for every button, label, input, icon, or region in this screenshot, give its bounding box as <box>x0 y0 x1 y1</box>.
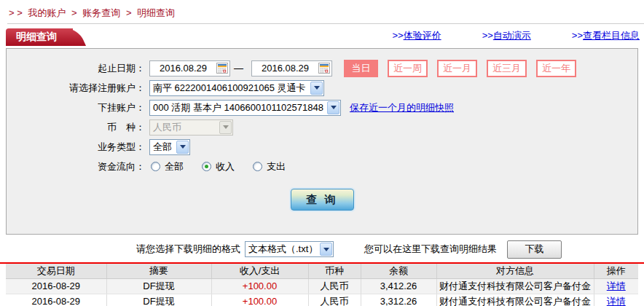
fund-flow-radio-group: 全部 收入 支出 <box>151 160 286 173</box>
header-balance: 余额 <box>361 264 436 278</box>
fund-flow-radio-all[interactable]: 全部 <box>151 160 184 173</box>
register-account-value: 南平 6222001406100921065 灵通卡 <box>150 82 310 95</box>
end-date-value: 2016.08.29 <box>252 63 318 74</box>
calendar-icon[interactable] <box>216 63 228 74</box>
link-auto-demo[interactable]: >>自动演示 <box>482 29 531 42</box>
query-button[interactable]: 查 询 <box>291 189 354 211</box>
currency-select: 人民币 <box>149 119 233 136</box>
cell-amount: +100.00 <box>211 278 308 294</box>
download-row: 请您选择下载明细的格式 文本格式（.txt） 您可以在这里下载查询明细结果 下载 <box>136 240 644 259</box>
download-button[interactable]: 下载 <box>507 240 562 259</box>
detail-link[interactable]: 详情 <box>607 280 626 291</box>
chevron-down-icon[interactable] <box>327 101 339 114</box>
business-type-select[interactable]: 全部 <box>149 139 190 155</box>
start-date-value: 2016.08.29 <box>150 63 216 74</box>
breadcrumb: > > 我的账户 > 账务查询 > 明细查询 <box>0 0 644 23</box>
cell-trade-date: 2016-08-29 <box>6 294 106 306</box>
radio-icon[interactable] <box>253 162 262 171</box>
link-view-column-info[interactable]: >>查看栏目信息 <box>572 29 640 42</box>
fund-flow-radio-expense[interactable]: 支出 <box>253 160 286 173</box>
header-links: >>体验评价 >>自动演示 >>查看栏目信息 <box>392 29 640 46</box>
register-account-select[interactable]: 南平 6222001406100921065 灵通卡 <box>149 80 324 96</box>
table-row: 2016-08-29 DF提现 +100.00 人民币 3,312.26 财付通… <box>6 294 638 306</box>
register-account-row: 请选择注册账户： 南平 6222001406100921065 灵通卡 <box>7 78 637 98</box>
business-type-label: 业务类型： <box>12 141 145 154</box>
chevrons-icon: >> <box>392 30 403 41</box>
business-type-value: 全部 <box>150 141 176 154</box>
cell-balance: 3,312.26 <box>361 294 436 306</box>
register-account-label: 请选择注册账户： <box>12 82 145 95</box>
breadcrumb-arrows: > > <box>9 7 23 18</box>
breadcrumb-item-detail-query[interactable]: 明细查询 <box>137 7 175 18</box>
quick-date-last-month-button[interactable]: 近一月 <box>437 60 477 77</box>
start-date-input[interactable]: 2016.08.29 <box>149 60 230 76</box>
tab-label: 明细查询 <box>16 31 57 44</box>
quick-date-today-button[interactable]: 当日 <box>344 60 378 77</box>
currency-value: 人民币 <box>150 121 219 134</box>
breadcrumb-separator: > <box>126 7 132 18</box>
quick-date-last-3-months-button[interactable]: 近三月 <box>487 60 527 77</box>
table-row: 2016-08-29 DF提现 +100.00 人民币 3,412.26 财付通… <box>6 278 638 294</box>
header-income-expense: 收入/支出 <box>211 264 308 278</box>
chevrons-icon: >> <box>572 30 583 41</box>
detail-link[interactable]: 详情 <box>607 296 626 306</box>
cell-counterparty: 财付通支付科技有限公司客户备付金 <box>436 278 594 294</box>
header-currency: 币种 <box>308 264 361 278</box>
breadcrumb-separator: > <box>71 7 77 18</box>
quick-date-last-year-button[interactable]: 近一年 <box>536 60 576 77</box>
breadcrumb-item-my-account[interactable]: 我的账户 <box>28 7 66 18</box>
fund-flow-label: 资金流向： <box>12 160 145 173</box>
cell-balance: 3,412.26 <box>361 278 436 294</box>
link-experience-evaluation[interactable]: >>体验评价 <box>392 29 441 42</box>
cell-amount: +100.00 <box>211 294 308 306</box>
cell-counterparty: 财付通支付科技有限公司客户备付金 <box>436 294 594 306</box>
tab-row: 明细查询 >>体验评价 >>自动演示 >>查看栏目信息 <box>6 28 641 46</box>
radio-icon[interactable] <box>202 162 211 171</box>
snapshot-link[interactable]: 保存近一个月的明细快照 <box>350 101 454 114</box>
divider-line <box>7 23 644 24</box>
chevron-down-icon[interactable] <box>310 82 323 95</box>
cell-currency: 人民币 <box>308 278 361 294</box>
fund-flow-row: 资金流向： 全部 收入 支出 <box>7 157 637 176</box>
cell-summary: DF提现 <box>106 294 211 306</box>
date-range-row: 起止日期： 2016.08.29 — 2016.08.29 <box>7 58 637 78</box>
query-button-row: 查 询 <box>7 189 637 211</box>
date-range-label: 起止日期： <box>12 62 145 75</box>
header-trade-date: 交易日期 <box>6 264 106 278</box>
download-hint: 您可以在这里下载查询明细结果 <box>364 243 497 256</box>
calendar-icon[interactable] <box>318 63 330 74</box>
sub-account-row: 下挂账户： 000 活期 基本户 1406600101102571848 保存近… <box>7 98 637 117</box>
fund-flow-option-label: 支出 <box>267 160 286 173</box>
cell-summary: DF提现 <box>106 278 211 294</box>
quick-date-last-week-button[interactable]: 近一周 <box>388 60 428 77</box>
sub-account-value: 000 活期 基本户 1406600101102571848 <box>150 101 327 114</box>
chevron-down-icon[interactable] <box>320 243 332 256</box>
date-range-dash: — <box>234 63 243 74</box>
tab-detail-query[interactable]: 明细查询 <box>6 28 73 46</box>
transactions-table: 交易日期 摘要 收入/支出 币种 余额 对方信息 操作 2016-08-29 D… <box>6 264 638 306</box>
end-date-input[interactable]: 2016.08.29 <box>251 60 332 76</box>
chevron-down-icon <box>219 121 232 134</box>
fund-flow-radio-income[interactable]: 收入 <box>202 160 235 173</box>
chevron-down-icon[interactable] <box>176 141 189 154</box>
quick-date-buttons: 当日 近一周 近一月 近三月 近一年 <box>344 60 576 77</box>
fund-flow-option-label: 收入 <box>216 160 235 173</box>
cell-currency: 人民币 <box>308 294 361 306</box>
radio-icon[interactable] <box>151 162 160 171</box>
download-format-label: 请您选择下载明细的格式 <box>136 243 240 256</box>
download-format-value: 文本格式（.txt） <box>246 243 320 256</box>
query-form-panel: 起止日期： 2016.08.29 — 2016.08.29 <box>6 48 638 235</box>
header-counterparty: 对方信息 <box>436 264 594 278</box>
table-header-row: 交易日期 摘要 收入/支出 币种 余额 对方信息 操作 <box>6 264 638 278</box>
sub-account-select[interactable]: 000 活期 基本户 1406600101102571848 <box>149 100 341 116</box>
currency-row: 币 种： 人民币 <box>7 117 637 137</box>
fund-flow-option-label: 全部 <box>165 160 184 173</box>
sub-account-label: 下挂账户： <box>12 101 145 114</box>
download-format-select[interactable]: 文本格式（.txt） <box>245 241 334 257</box>
header-summary: 摘要 <box>106 264 211 278</box>
header-action: 操作 <box>594 264 638 278</box>
business-type-row: 业务类型： 全部 <box>7 137 637 157</box>
chevrons-icon: >> <box>482 30 493 41</box>
cell-trade-date: 2016-08-29 <box>6 278 106 294</box>
breadcrumb-item-account-query[interactable]: 账务查询 <box>82 7 120 18</box>
